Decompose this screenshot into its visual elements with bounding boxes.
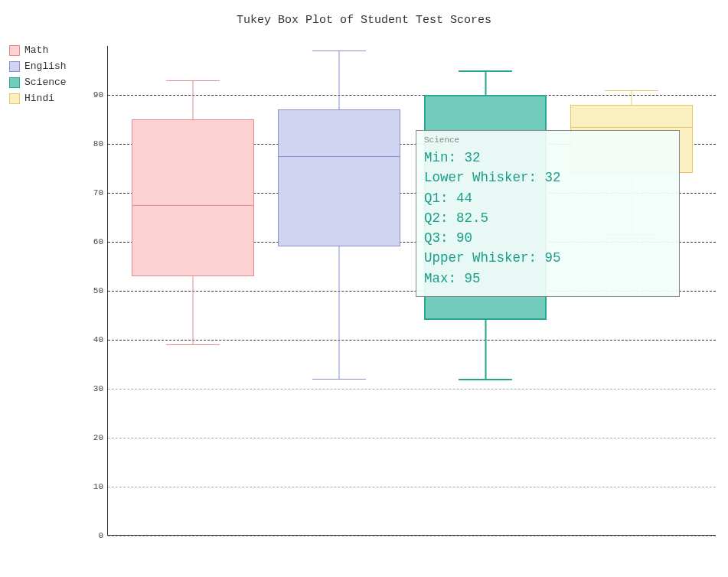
tooltip-row: Max: 95 [424,269,671,288]
tooltip-row: Lower Whisker: 32 [424,168,671,187]
legend: Math English Science Hindi [9,44,67,104]
legend-label: Science [24,77,67,88]
legend-label: Hindi [24,93,54,104]
y-tick-label: 20 [93,433,103,442]
legend-label: English [24,60,67,72]
tooltip-body: Min: 32Lower Whisker: 32Q1: 44Q2: 82.5Q3… [424,148,671,288]
y-tick-label: 90 [93,90,103,99]
y-tick-label: 10 [93,482,103,491]
y-tick-label: 70 [93,188,103,197]
gridline [108,536,716,536]
legend-label: Math [24,44,48,56]
boxplot-english[interactable] [278,46,400,535]
legend-item-hindi[interactable]: Hindi [9,93,67,104]
legend-swatch-hindi [9,93,20,104]
legend-item-english[interactable]: English [9,60,67,72]
boxplot-math[interactable] [132,46,254,535]
legend-swatch-science [9,77,20,88]
y-tick-label: 40 [93,335,103,344]
tooltip-row: Q1: 44 [424,188,671,208]
tooltip-row: Upper Whisker: 95 [424,248,671,268]
tooltip-row: Min: 32 [424,148,671,168]
legend-item-math[interactable]: Math [9,44,67,56]
y-tick-label: 60 [93,237,103,246]
y-tick-label: 0 [98,531,103,540]
legend-swatch-english [9,61,20,72]
y-tick-label: 80 [93,139,103,148]
y-tick-label: 30 [93,384,103,393]
chart-title: Tukey Box Plot of Student Test Scores [0,14,728,27]
tooltip-row: Q3: 90 [424,228,671,248]
tooltip-series-name: Science [424,135,671,145]
tooltip: Science Min: 32Lower Whisker: 32Q1: 44Q2… [416,130,680,297]
tooltip-row: Q2: 82.5 [424,208,671,228]
y-tick-label: 50 [93,286,103,295]
legend-item-science[interactable]: Science [9,77,67,88]
legend-swatch-math [9,45,20,56]
